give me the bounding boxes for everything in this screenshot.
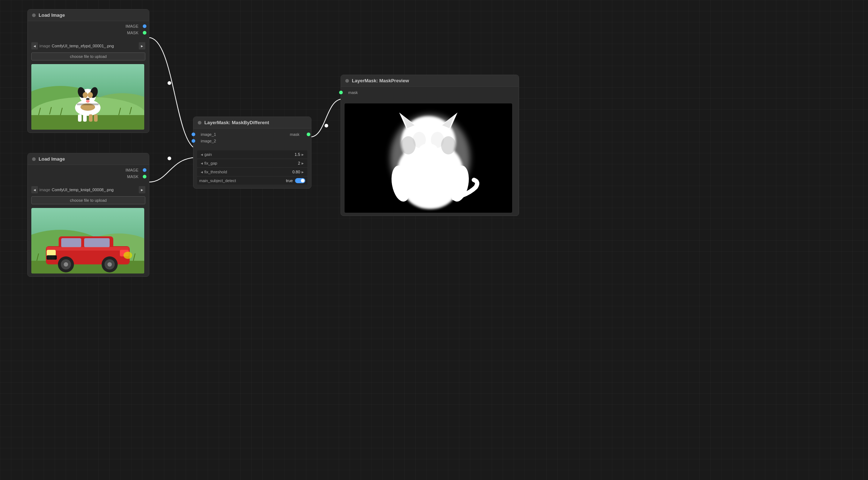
svg-rect-35 — [61, 238, 81, 247]
node-status-dot-2 — [32, 157, 36, 161]
mask-preview-node: LayerMask: MaskPreview mask — [341, 75, 519, 216]
node-body-2: ◄ image ComfyUI_temp_kniqd_00008_.png ► … — [28, 182, 149, 276]
node-header-1: Load Image — [28, 9, 149, 21]
svg-point-20 — [86, 100, 90, 103]
image2-port-dot[interactable] — [192, 139, 195, 143]
mask-diff-header: LayerMask: MaskByDifferent — [193, 117, 311, 129]
node-image-1 — [31, 64, 144, 130]
mask-output-port-2: MASK — [32, 174, 145, 180]
fix-threshold-param-name: fix_threshold — [204, 170, 287, 174]
gain-prev-btn[interactable]: ◄ — [199, 152, 204, 157]
mask-preview-port-dot[interactable] — [339, 91, 343, 94]
fix-gap-param-name: fix_gap — [204, 161, 287, 165]
load-image-node-2: Load Image IMAGE MASK ◄ image ComfyUI_te… — [27, 153, 149, 277]
gain-param-value: 1.5 — [287, 152, 300, 157]
svg-point-68 — [408, 153, 452, 193]
svg-rect-21 — [78, 114, 82, 122]
svg-point-17 — [83, 92, 88, 98]
image1-input-port: image_1 mask — [193, 131, 311, 137]
mask-port-dot-2[interactable] — [143, 175, 146, 178]
svg-point-18 — [88, 92, 93, 98]
file-name-1: ComfyUI_temp_efypd_00001_.png — [52, 44, 137, 48]
svg-point-1 — [168, 157, 171, 160]
next-file-btn-2[interactable]: ► — [139, 186, 145, 193]
fix-gap-next-btn[interactable]: ► — [300, 161, 305, 166]
image-port-dot-2[interactable] — [143, 168, 146, 172]
next-file-btn-1[interactable]: ► — [139, 42, 145, 50]
svg-point-2 — [325, 124, 328, 127]
image-port-dot-1[interactable] — [143, 24, 146, 28]
upload-btn-2[interactable]: choose file to upload — [31, 196, 145, 204]
mask-preview-body — [341, 98, 519, 216]
mask-preview-header: LayerMask: MaskPreview — [341, 75, 519, 87]
dog-background — [31, 64, 144, 130]
file-label-1: image — [39, 44, 50, 48]
mask-preview-status-dot — [345, 79, 349, 83]
mask-port-label-1: MASK — [127, 31, 138, 35]
mask-preview-input-port: mask — [341, 87, 519, 98]
svg-point-67 — [410, 122, 447, 158]
mask-out-port-dot[interactable] — [307, 133, 310, 136]
image2-port-label: image_2 — [201, 139, 216, 143]
gain-param-name: gain — [204, 152, 287, 157]
fix-threshold-param-value: 0.80 — [287, 170, 300, 174]
prev-file-btn-1[interactable]: ◄ — [31, 42, 38, 50]
fix-gap-prev-btn[interactable]: ◄ — [199, 161, 204, 166]
file-row-1: ◄ image ComfyUI_temp_efypd_00001_.png ► — [31, 42, 145, 50]
gain-next-btn[interactable]: ► — [300, 152, 305, 157]
mask-diff-status-dot — [198, 121, 201, 125]
mask-preview-image — [345, 103, 512, 213]
node-title-2: Load Image — [39, 156, 65, 162]
image-port-label-2: IMAGE — [126, 168, 138, 172]
main-subject-detect-value: true — [286, 178, 293, 183]
file-label-2: image — [39, 188, 50, 192]
svg-rect-36 — [84, 238, 110, 247]
fix-gap-param-row: ◄ fix_gap 2 ► — [197, 159, 307, 167]
mask-out-port-label: mask — [290, 132, 299, 137]
gain-param-row: ◄ gain 1.5 ► — [197, 150, 307, 158]
mask-preview-title: LayerMask: MaskPreview — [352, 78, 409, 83]
mask-diff-title: LayerMask: MaskByDifferent — [204, 120, 269, 125]
image-output-port-1: IMAGE — [32, 23, 145, 29]
main-subject-detect-toggle[interactable] — [295, 178, 305, 183]
node-image-2 — [31, 208, 144, 274]
main-subject-detect-row: main_subject_detect true — [197, 177, 307, 185]
image2-input-port: image_2 — [193, 138, 311, 144]
image1-port-dot[interactable] — [192, 133, 195, 136]
node-status-dot-1 — [32, 13, 36, 17]
svg-rect-24 — [94, 114, 98, 122]
node-title-1: Load Image — [39, 12, 65, 18]
file-row-2: ◄ image ComfyUI_temp_kniqd_00008_.png ► — [31, 186, 145, 193]
mask-by-different-node: LayerMask: MaskByDifferent image_1 mask … — [193, 117, 311, 189]
fix-threshold-prev-btn[interactable]: ◄ — [199, 169, 204, 175]
main-subject-detect-name: main_subject_detect — [199, 178, 286, 183]
svg-rect-37 — [47, 247, 129, 251]
node-body-1: ◄ image ComfyUI_temp_efypd_00001_.png ► … — [28, 38, 149, 133]
mask-preview-port-label: mask — [348, 90, 358, 95]
mask-port-dot-1[interactable] — [143, 31, 146, 35]
upload-btn-1[interactable]: choose file to upload — [31, 52, 145, 60]
fix-threshold-next-btn[interactable]: ► — [300, 169, 305, 175]
load-image-node-1: Load Image IMAGE MASK ◄ image ComfyUI_te… — [27, 9, 149, 133]
image-port-label-1: IMAGE — [126, 24, 138, 28]
node-header-2: Load Image — [28, 153, 149, 165]
svg-point-70 — [441, 136, 456, 154]
svg-point-46 — [123, 252, 132, 259]
mask-output-port-1: MASK — [32, 30, 145, 36]
svg-rect-26 — [77, 103, 99, 105]
fix-gap-param-value: 2 — [287, 161, 300, 165]
fix-threshold-param-row: ◄ fix_threshold 0.80 ► — [197, 168, 307, 176]
svg-rect-22 — [83, 114, 87, 122]
mask-port-label-2: MASK — [127, 174, 138, 179]
file-name-2: ComfyUI_temp_kniqd_00008_.png — [52, 188, 137, 192]
image1-port-label: image_1 — [201, 132, 216, 137]
mask-diff-params: ◄ gain 1.5 ► ◄ fix_gap 2 ► ◄ fix_thresho… — [193, 147, 311, 188]
svg-point-42 — [64, 262, 68, 267]
svg-rect-23 — [89, 114, 93, 122]
image-output-port-2: IMAGE — [32, 167, 145, 173]
svg-point-69 — [401, 136, 416, 154]
svg-point-0 — [168, 81, 171, 85]
svg-rect-7 — [31, 115, 144, 130]
prev-file-btn-2[interactable]: ◄ — [31, 186, 38, 193]
svg-point-45 — [107, 262, 112, 267]
